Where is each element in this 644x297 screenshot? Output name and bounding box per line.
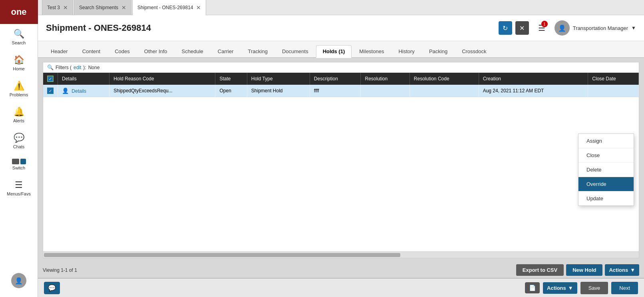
content-area: Header Content Codes Other Info Schedule… [38, 41, 644, 278]
th-resolution-code[interactable]: Resolution Code [409, 73, 479, 85]
sidebar-item-user-avatar[interactable]: 👤 [9, 268, 28, 293]
actions-dropdown-button[interactable]: Actions ▼ [605, 264, 639, 276]
user-area[interactable]: 👤 Transportation Manager ▼ [555, 20, 636, 36]
th-details[interactable]: Details [58, 73, 109, 85]
tab-history[interactable]: History [392, 45, 421, 57]
refresh-button[interactable]: ↻ [499, 21, 512, 35]
sidebar-label-search: Search [12, 40, 26, 45]
tab-content[interactable]: Content [76, 45, 107, 57]
bottom-bar: Viewing 1-1 of 1 Export to CSV New Hold … [38, 262, 644, 278]
grid-area: 🔍 Filters ( edit ): None Details Hol [43, 62, 639, 258]
user-avatar: 👤 [555, 20, 570, 36]
tab-packing[interactable]: Packing [422, 45, 454, 57]
alerts-icon: 🔔 [14, 107, 24, 117]
tab-other-info[interactable]: Other Info [137, 45, 174, 57]
sidebar-item-chats[interactable]: 💬 Chats [0, 128, 38, 154]
sidebar-label-chats: Chats [13, 144, 25, 149]
page-title: Shipment - ONES-269814 [46, 23, 151, 33]
row-hold-reason-code: ShippedQtyExceedsRequ... [109, 85, 215, 97]
tab-header[interactable]: Header [44, 45, 75, 57]
tab-test3[interactable]: Test 3 ✕ [42, 0, 73, 15]
tab-search-shipments[interactable]: Search Shipments ✕ [74, 0, 131, 15]
tab-documents[interactable]: Documents [275, 45, 315, 57]
table-row[interactable]: 👤 Details ShippedQtyExceedsRequ... Open … [43, 85, 639, 97]
filter-value: None [88, 65, 100, 70]
row-creation: Aug 24, 2021 11:12 AM EDT [479, 85, 588, 97]
tab-shipment[interactable]: Shipment - ONES-269814 ✕ [132, 0, 206, 15]
row-details-cell: 👤 Details [58, 85, 109, 97]
user-name: Transportation Manager [573, 25, 628, 31]
page-header: Shipment - ONES-269814 ↻ ✕ ☰ 1 👤 Transpo… [38, 15, 644, 41]
app-logo[interactable]: one [0, 0, 38, 24]
data-table: Details Hold Reason Code State Hold Type… [43, 73, 639, 251]
row-description: ffff [310, 85, 361, 97]
new-hold-button[interactable]: New Hold [566, 264, 602, 276]
th-close-date[interactable]: Close Date [588, 73, 639, 85]
main-content: Test 3 ✕ Search Shipments ✕ Shipment - O… [38, 0, 644, 297]
notifications-area: ☰ 1 [538, 23, 545, 33]
filter-edit-link[interactable]: edit [74, 65, 81, 70]
footer-actions-button[interactable]: Actions ▼ [543, 282, 577, 294]
th-state[interactable]: State [215, 73, 247, 85]
sidebar-item-switch[interactable]: Switch [0, 154, 38, 175]
horizontal-scrollbar[interactable] [43, 251, 639, 258]
footer: 💬 📄 Actions ▼ Save Next [38, 278, 644, 297]
tab-holds[interactable]: Holds (1) [316, 45, 352, 58]
th-hold-type[interactable]: Hold Type [247, 73, 310, 85]
footer-left: 💬 [44, 282, 60, 294]
sidebar-item-home[interactable]: 🏠 Home [0, 50, 38, 76]
tab-close-search-shipments[interactable]: ✕ [121, 4, 126, 11]
sidebar-item-search[interactable]: 🔍 Search [0, 24, 38, 50]
sidebar-label-switch: Switch [12, 165, 25, 170]
th-creation[interactable]: Creation [479, 73, 588, 85]
context-menu-assign[interactable]: Assign [578, 134, 634, 148]
next-button[interactable]: Next [611, 282, 638, 294]
tab-schedule[interactable]: Schedule [175, 45, 210, 57]
sidebar-label-problems: Problems [10, 92, 28, 97]
filter-icon: 🔍 [47, 64, 54, 70]
th-checkbox[interactable] [43, 73, 58, 85]
details-link[interactable]: Details [72, 88, 86, 94]
sidebar-label-home: Home [13, 66, 24, 71]
th-description[interactable]: Description [310, 73, 361, 85]
tab-close-test3[interactable]: ✕ [63, 4, 68, 11]
sidebar-avatar: 👤 [11, 273, 26, 288]
chat-button[interactable]: 💬 [44, 282, 60, 294]
row-close-date [588, 85, 639, 97]
tab-codes[interactable]: Codes [108, 45, 137, 57]
context-menu-close[interactable]: Close [578, 148, 634, 163]
save-button[interactable]: Save [580, 282, 608, 294]
th-resolution[interactable]: Resolution [361, 73, 409, 85]
tab-tracking[interactable]: Tracking [241, 45, 274, 57]
chats-icon: 💬 [14, 133, 24, 143]
context-menu: Assign Close Delete Override Update [578, 134, 634, 206]
tab-close-shipment[interactable]: ✕ [196, 4, 201, 11]
table-header-row: Details Hold Reason Code State Hold Type… [43, 73, 639, 85]
context-menu-update[interactable]: Update [578, 191, 634, 205]
row-resolution-code [409, 85, 479, 97]
th-hold-reason-code[interactable]: Hold Reason Code [109, 73, 215, 85]
tab-crossdock[interactable]: Crossdock [455, 45, 493, 57]
sidebar-item-menus[interactable]: ☰ Menus/Favs [0, 175, 38, 201]
home-icon: 🏠 [14, 55, 24, 65]
sidebar-item-problems[interactable]: ⚠️ Problems [0, 76, 38, 102]
row-hold-type: Shipment Hold [247, 85, 310, 97]
context-menu-override[interactable]: Override [578, 177, 634, 191]
document-icon-button[interactable]: 📄 [525, 282, 540, 293]
scroll-thumb[interactable] [44, 253, 400, 257]
row-checkbox-cell[interactable] [43, 85, 58, 97]
sidebar-item-alerts[interactable]: 🔔 Alerts [0, 102, 38, 128]
viewing-text: Viewing 1-1 of 1 [43, 267, 77, 273]
user-dropdown-arrow: ▼ [631, 25, 636, 31]
menus-icon: ☰ [15, 180, 23, 190]
row-state: Open [215, 85, 247, 97]
tab-carrier[interactable]: Carrier [211, 45, 241, 57]
footer-actions-arrow: ▼ [568, 285, 573, 291]
sidebar-label-menus: Menus/Favs [7, 191, 31, 196]
sidebar: one 🔍 Search 🏠 Home ⚠️ Problems 🔔 Alerts… [0, 0, 38, 297]
close-button[interactable]: ✕ [515, 21, 529, 35]
context-menu-delete[interactable]: Delete [578, 163, 634, 177]
export-csv-button[interactable]: Export to CSV [516, 264, 564, 276]
search-icon: 🔍 [14, 29, 24, 39]
tab-milestones[interactable]: Milestones [352, 45, 391, 57]
